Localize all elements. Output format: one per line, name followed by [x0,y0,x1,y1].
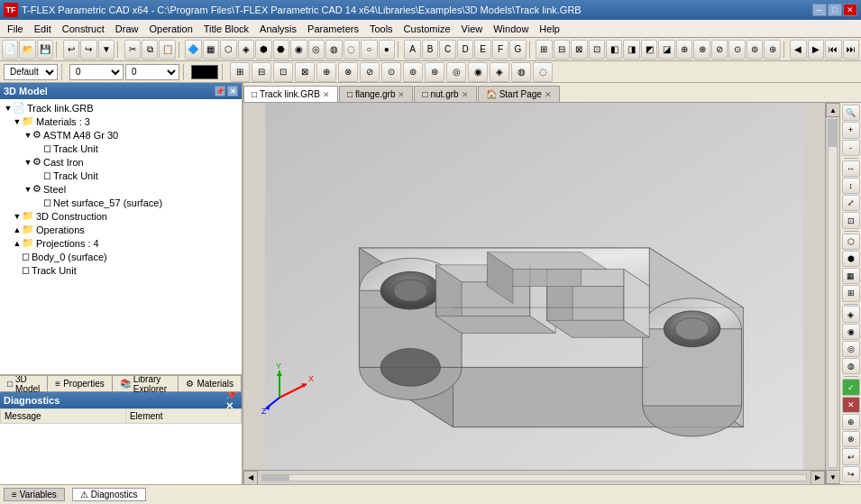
vscroll-thumb[interactable] [829,120,837,147]
tb2-btn10[interactable]: ⊛ [425,62,444,82]
tb-view9[interactable]: ◍ [325,40,342,60]
tb-extra1[interactable]: ◀ [790,40,806,60]
rtb-btn15[interactable]: ◍ [842,358,860,374]
color-picker[interactable] [191,65,218,79]
tree-item[interactable]: ▲📁Projections : 4 [2,236,240,250]
menu-file[interactable]: File [2,22,29,36]
vscroll-track[interactable] [828,119,838,468]
viewport-tab-1[interactable]: □flange.grb✕ [339,86,414,102]
rtb-btn7[interactable]: ⊡ [842,212,860,228]
tree-item[interactable]: ▲📁Operations [2,223,240,236]
tb-save[interactable]: 💾 [37,40,53,60]
rtb-btn3[interactable]: - [842,140,860,156]
tb-view5[interactable]: ⬢ [255,40,271,60]
tb2-btn12[interactable]: ◉ [468,62,488,82]
close-button[interactable]: ✕ [843,4,857,16]
menu-titleblock[interactable]: Title Block [198,22,254,36]
rtb-btn2[interactable]: + [842,122,860,138]
tb2-btn15[interactable]: ◌ [533,62,553,82]
menu-construct[interactable]: Construct [57,22,110,36]
tb2-btn6[interactable]: ⊗ [338,62,358,82]
tb-s[interactable]: ⊙ [728,40,745,60]
tb-a[interactable]: A [404,40,420,60]
tb-j[interactable]: ⊠ [571,40,587,60]
val2-dropdown[interactable]: 0 [125,64,179,80]
maximize-button[interactable]: □ [828,4,842,16]
tb-n[interactable]: ◩ [641,40,657,60]
val1-dropdown[interactable]: 0 [69,64,124,80]
tb-o[interactable]: ◪ [658,40,674,60]
viewport-tab-0[interactable]: □Track link.GRB✕ [243,86,338,102]
diag-pin-btn[interactable]: 📌 [225,392,238,400]
menu-analysis[interactable]: Analysis [254,22,302,36]
tb2-btn9[interactable]: ⊚ [403,62,423,82]
tb2-btn7[interactable]: ⊘ [360,62,380,82]
tb-view2d[interactable]: ▦ [203,40,219,60]
tree-item[interactable]: ◻Net surface_57 (surface) [2,196,240,209]
tb2-btn8[interactable]: ⊙ [381,62,401,82]
tb-view6[interactable]: ⬣ [273,40,289,60]
menu-parameters[interactable]: Parameters [302,22,364,36]
menu-customize[interactable]: Customize [398,22,456,36]
rtb-btn12[interactable]: ◈ [842,306,860,322]
tb2-btn1[interactable]: ⊞ [230,62,250,82]
tb-extra3[interactable]: ⏮ [825,40,841,60]
rtb-btn5[interactable]: ↕ [842,178,860,194]
tb2-btn13[interactable]: ◈ [490,62,509,82]
left-tab-library-explorer[interactable]: 📚Library Explorer [113,376,179,391]
tb2-btn5[interactable]: ⊕ [316,62,336,82]
tree-item[interactable]: ◻Track Unit [2,263,240,277]
tb2-btn14[interactable]: ◍ [511,62,531,82]
tb2-btn3[interactable]: ⊡ [273,62,293,82]
rtb-btn18[interactable]: ⊕ [842,414,860,430]
viewport-tab-3[interactable]: 🏠Start Page✕ [478,86,560,102]
tb-extra2[interactable]: ▶ [808,40,824,60]
tb-view4[interactable]: ◈ [238,40,254,60]
tb2-btn11[interactable]: ◎ [446,62,466,82]
rtb-btn20[interactable]: ↩ [842,448,860,464]
diag-close-btn[interactable]: ✕ [225,400,238,412]
hscroll-track[interactable] [261,474,807,481]
tree-item[interactable]: ▼⚙Cast Iron [2,155,240,169]
tb-view3d[interactable]: 🔷 [185,40,201,60]
tb-extra4[interactable]: ⏭ [843,40,859,60]
tb-h[interactable]: ⊞ [536,40,552,60]
tb-b[interactable]: B [422,40,438,60]
rtb-btn21[interactable]: ↪ [842,466,860,482]
tb-m[interactable]: ◨ [623,40,639,60]
tb-k[interactable]: ⊡ [589,40,605,60]
tb-g[interactable]: G [509,40,526,60]
hscroll-thumb[interactable] [262,475,289,481]
rtb-btn14[interactable]: ◎ [842,341,860,357]
tb-new[interactable]: 📄 [2,40,18,60]
tb-t[interactable]: ⊚ [747,40,763,60]
tb-view8[interactable]: ◎ [308,40,325,60]
rtb-btn9[interactable]: ⬢ [842,251,860,267]
tree-item[interactable]: ◻Body_0 (surface) [2,250,240,263]
menu-window[interactable]: Window [488,22,534,36]
panel-close-btn[interactable]: ✕ [227,86,238,96]
menu-help[interactable]: Help [534,22,565,36]
menu-draw[interactable]: Draw [110,22,144,36]
rtb-btn1[interactable]: 🔍 [842,105,860,121]
tb-open[interactable]: 📂 [19,40,35,60]
menu-tools[interactable]: Tools [364,22,398,36]
tb2-btn4[interactable]: ⊠ [295,62,315,82]
vtab-close-btn[interactable]: ✕ [545,90,552,99]
tb-l[interactable]: ◧ [606,40,622,60]
tb-view7[interactable]: ◉ [290,40,307,60]
tb-c[interactable]: C [439,40,455,60]
vscroll-up[interactable]: ▲ [826,103,840,117]
tree-item[interactable]: ▼📁3D Construction [2,209,240,223]
left-tab-3d-model[interactable]: □3D Model [0,376,48,391]
tree-item[interactable]: ◻Track Unit [2,169,240,182]
rtb-btn19[interactable]: ⊗ [842,431,860,447]
tb-undo[interactable]: ↩ [63,40,79,60]
left-tab-materials[interactable]: ⚙Materials [179,376,242,391]
rtb-btn16[interactable]: ✓ [842,379,860,395]
left-tab-properties[interactable]: ≡Properties [48,376,112,391]
viewport-content[interactable]: X Y Z [243,103,825,470]
hscroll-left[interactable]: ◀ [243,471,258,485]
status-tab-variables[interactable]: ≡ Variables [4,488,65,501]
tree-item[interactable]: ◻Track Unit [2,142,240,155]
